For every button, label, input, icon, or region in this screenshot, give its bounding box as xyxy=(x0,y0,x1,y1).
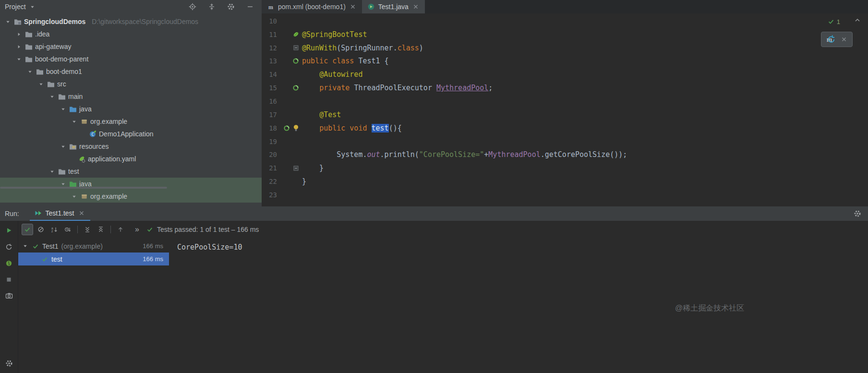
close-icon[interactable] xyxy=(412,3,420,11)
bean-icon[interactable] xyxy=(292,57,300,65)
show-ignored-button[interactable] xyxy=(35,224,47,235)
sort-alphabetically-button[interactable]: az xyxy=(48,224,60,235)
chevron-down-icon[interactable] xyxy=(48,168,56,175)
bean-icon[interactable] xyxy=(283,124,290,132)
editor-tab[interactable]: Test1.java xyxy=(362,0,425,13)
sort-by-duration-button[interactable] xyxy=(62,224,73,235)
rerun-icon[interactable] xyxy=(5,227,13,234)
folder-icon xyxy=(25,55,33,63)
test-name: Test1 xyxy=(42,242,58,250)
editor-line: 13public class Test1 { xyxy=(262,55,868,68)
chevron-down-icon[interactable] xyxy=(59,105,67,113)
maven-reload-icon[interactable]: m xyxy=(826,35,835,44)
inspections-widget[interactable]: 1 xyxy=(827,18,840,25)
chevron-spacer xyxy=(33,256,38,262)
tree-row[interactable]: SpringcloudDemosD:\gitworkspace\Springcl… xyxy=(0,15,262,28)
bulb-icon[interactable] xyxy=(292,124,300,132)
gear-icon[interactable] xyxy=(227,3,235,11)
tree-row[interactable]: boot-demo1 xyxy=(0,65,262,78)
code-editor[interactable]: 1011@SpringBootTest12@RunWith(SpringRunn… xyxy=(262,13,868,206)
chevron-down-icon[interactable] xyxy=(26,68,34,75)
test-tree-row[interactable]: test166 ms xyxy=(18,253,169,265)
run-test-icon xyxy=(35,209,42,217)
svg-text:z: z xyxy=(51,229,53,233)
chevron-down-icon[interactable] xyxy=(4,18,12,25)
tree-row[interactable]: org.example xyxy=(0,115,262,128)
gear-icon[interactable] xyxy=(854,210,861,217)
sort-by-duration-icon xyxy=(64,226,72,233)
chevron-right-icon[interactable] xyxy=(15,30,23,38)
chevron-right-icon[interactable] xyxy=(15,43,23,50)
horizontal-scrollbar[interactable] xyxy=(0,187,167,189)
tree-row[interactable]: api-gateway xyxy=(0,40,262,53)
collapse-all-button[interactable] xyxy=(95,224,107,235)
editor-line: 10 xyxy=(262,14,868,28)
toolbar-divider xyxy=(110,226,111,233)
tree-row[interactable]: .idea xyxy=(0,28,262,40)
code-text: } xyxy=(302,177,306,186)
hide-widget-chevron[interactable] xyxy=(855,18,860,22)
editor-tab[interactable]: mpom.xml (boot-demo1) xyxy=(262,0,362,13)
editor-line: 11@SpringBootTest xyxy=(262,28,868,41)
source-folder-icon xyxy=(69,105,77,113)
fold-start-icon[interactable] xyxy=(292,44,300,52)
code-text: System.out.println("CorePoolSize="+Mythr… xyxy=(302,150,627,159)
tree-row[interactable]: test xyxy=(0,165,262,178)
tree-item-path: D:\gitworkspace\SpringcloudDemos xyxy=(92,18,198,25)
tree-item-label: main xyxy=(68,93,83,100)
navigate-up-button[interactable] xyxy=(115,224,126,235)
tree-row[interactable]: application.yaml xyxy=(0,153,262,165)
chevron-down-icon[interactable] xyxy=(21,242,29,250)
collapse-all-header-icon[interactable] xyxy=(208,3,216,11)
editor-line: 22} xyxy=(262,175,868,188)
stop-icon[interactable] xyxy=(5,276,13,283)
close-icon[interactable] xyxy=(840,36,848,43)
run-tab[interactable]: Test1.test xyxy=(30,206,90,221)
gutter xyxy=(277,84,302,92)
expand-all-button[interactable] xyxy=(82,224,93,235)
test-tree-row[interactable]: Test1 (org.example)166 ms xyxy=(18,240,169,253)
code-text: @Autowired xyxy=(302,70,362,79)
tree-row[interactable]: main xyxy=(0,90,262,103)
show-passed-button[interactable] xyxy=(22,224,33,235)
project-view-title[interactable]: Project xyxy=(5,3,26,11)
fold-end-icon[interactable] xyxy=(292,164,300,172)
spring-boot-icon[interactable] xyxy=(5,259,13,267)
chevron-down-icon[interactable] xyxy=(70,193,78,200)
tree-row[interactable]: resources xyxy=(0,140,262,153)
tree-row[interactable]: src xyxy=(0,78,262,90)
project-tree: SpringcloudDemosD:\gitworkspace\Springcl… xyxy=(0,13,262,205)
bean-icon[interactable] xyxy=(292,84,300,92)
tree-row[interactable]: org.example xyxy=(0,190,262,203)
svg-text:C: C xyxy=(91,132,94,137)
check-icon xyxy=(146,226,154,233)
line-number: 18 xyxy=(262,124,277,132)
chevron-down-icon[interactable] xyxy=(48,93,56,100)
package-icon xyxy=(80,193,88,200)
test-duration: 166 ms xyxy=(143,255,163,263)
close-icon[interactable] xyxy=(78,209,85,217)
show-ignored-icon xyxy=(37,226,45,233)
spring-leaf-icon[interactable] xyxy=(292,31,300,38)
chevron-down-icon[interactable] xyxy=(70,118,78,125)
line-number: 22 xyxy=(262,178,277,185)
tree-row[interactable]: java xyxy=(0,103,262,115)
line-number: 16 xyxy=(262,97,277,105)
tree-item-label: resources xyxy=(79,143,108,150)
rerun-failed-icon[interactable] xyxy=(5,243,13,251)
close-icon[interactable] xyxy=(349,3,357,11)
hide-icon[interactable] xyxy=(246,3,254,11)
maven-reload-popup[interactable]: m xyxy=(821,32,853,47)
gutter xyxy=(277,124,302,132)
screenshot-icon[interactable] xyxy=(5,292,13,300)
chevron-down-icon[interactable] xyxy=(29,3,36,11)
gear-icon[interactable] xyxy=(5,360,13,367)
chevron-down-icon[interactable] xyxy=(15,55,23,63)
locate-icon[interactable] xyxy=(189,3,196,11)
chevron-down-icon[interactable] xyxy=(59,143,67,150)
tree-row[interactable]: boot-demo-parent xyxy=(0,53,262,65)
tree-item-label: boot-demo-parent xyxy=(35,55,88,63)
tree-row[interactable]: CDemo1Application xyxy=(0,128,262,140)
toolbar-chevrons[interactable]: » xyxy=(135,225,139,234)
chevron-down-icon[interactable] xyxy=(37,80,45,88)
